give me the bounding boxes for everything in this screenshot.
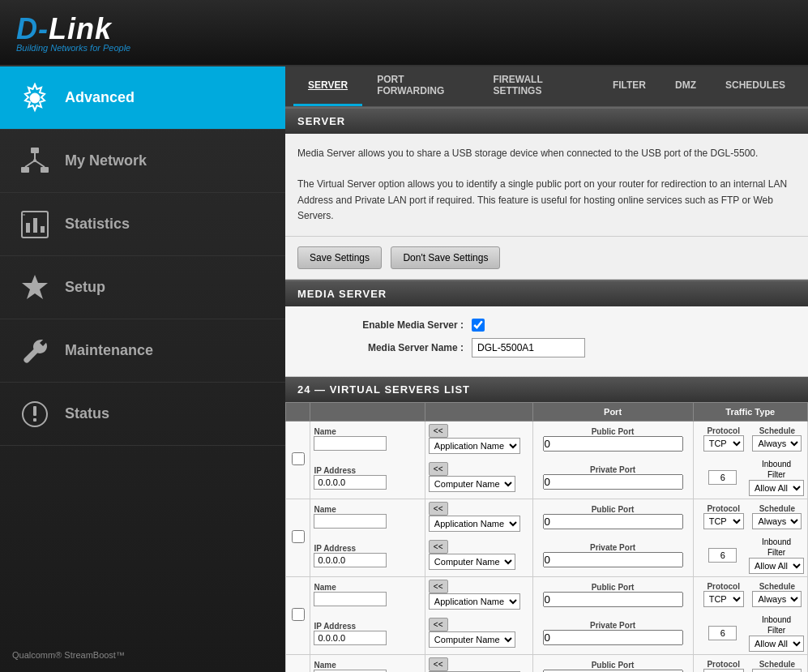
virtual-servers-table: Port Traffic Type Name <<: [285, 402, 808, 672]
media-server-name-input[interactable]: [472, 338, 585, 357]
save-settings-button[interactable]: Save Settings: [297, 246, 382, 269]
stats-icon: [16, 206, 53, 242]
row2-private-port-cell: Private Port: [532, 534, 693, 577]
row3-inbound-select[interactable]: Allow All: [749, 636, 804, 652]
row1-app-select[interactable]: Application Name: [429, 438, 520, 454]
sidebar-label-statistics: Statistics: [65, 216, 130, 233]
row3-protocol-select[interactable]: TCPUDPBoth: [703, 591, 744, 607]
row1-private-port-input[interactable]: [543, 474, 683, 490]
row3-arrow-btn[interactable]: <<: [429, 580, 448, 593]
row3-checkbox[interactable]: [292, 608, 305, 621]
row2-comp-select[interactable]: Computer Name: [429, 554, 515, 570]
row2-ip-input[interactable]: [314, 553, 387, 567]
row3-private-port-cell: Private Port: [532, 612, 693, 655]
col-header-name: [310, 402, 425, 421]
row2-arrow-btn[interactable]: <<: [429, 502, 448, 516]
row2-private-port-label: Private Port: [590, 543, 635, 552]
svg-rect-2: [31, 148, 39, 153]
row3-ip-input[interactable]: [314, 631, 387, 645]
row2-schedule-select[interactable]: Always: [752, 513, 802, 529]
row1-public-port-label: Public Port: [592, 427, 635, 436]
status-icon: [16, 396, 53, 432]
logo-text: D-Link: [16, 12, 130, 46]
row4-name-cell: Name: [310, 654, 425, 672]
row3-mid-comp: << Computer Name: [425, 612, 532, 655]
row1-ip-input[interactable]: [314, 475, 387, 490]
sidebar-item-advanced[interactable]: Advanced: [0, 66, 285, 130]
table-row: IP Address << Computer Name Private Port: [286, 456, 808, 499]
row3-name-input[interactable]: [314, 592, 387, 606]
row2-ip-cell: IP Address: [310, 534, 425, 577]
desc-line1: Media Server allows you to share a USB s…: [297, 146, 796, 161]
row1-arrow-btn[interactable]: <<: [429, 424, 448, 438]
row3-comp-select[interactable]: Computer Name: [429, 631, 515, 648]
top-nav: SERVER PORT FORWARDING FIREWALL SETTINGS…: [285, 66, 808, 107]
row2-public-port-input[interactable]: [543, 514, 683, 529]
row2-protocol-label: Protocol: [707, 504, 740, 513]
wrench-icon: [16, 332, 53, 369]
row1-protocol-select[interactable]: TCPUDPBoth: [703, 435, 744, 452]
row-checkbox-4: [286, 654, 310, 672]
table-row: Name << Application Name Public Port: [286, 654, 808, 672]
row4-schedule-label: Schedule: [759, 660, 795, 669]
row2-filter-input[interactable]: [708, 548, 737, 563]
row2-inbound-cell: InboundFilter Allow All: [693, 534, 807, 577]
row1-private-port-cell: Private Port: [532, 456, 693, 499]
svg-rect-11: [33, 218, 37, 233]
row3-arrow-btn2[interactable]: <<: [429, 618, 448, 631]
row2-private-port-input[interactable]: [543, 552, 683, 567]
row2-name-input[interactable]: [314, 514, 387, 529]
row3-public-port-input[interactable]: [543, 592, 683, 607]
sidebar-item-setup[interactable]: Setup: [0, 256, 285, 319]
row3-filter-input[interactable]: [708, 626, 737, 640]
virtual-servers-header: 24 — VIRTUAL SERVERS LIST: [285, 377, 808, 402]
row2-arrow-btn2[interactable]: <<: [429, 540, 448, 554]
nav-schedules[interactable]: SCHEDULES: [711, 66, 800, 106]
svg-rect-10: [26, 223, 30, 233]
row4-arrow-btn[interactable]: <<: [429, 657, 448, 671]
sidebar-item-statistics[interactable]: Statistics: [0, 193, 285, 256]
row1-comp-select[interactable]: Computer Name: [429, 476, 515, 492]
nav-dmz[interactable]: DMZ: [661, 66, 711, 106]
row1-arrow-btn2[interactable]: <<: [429, 462, 448, 476]
table-row: IP Address << Computer Name Private Port: [286, 612, 808, 655]
row4-protocol-select[interactable]: TCPUDPBoth: [703, 669, 744, 672]
row4-protocol-label: Protocol: [707, 660, 740, 669]
row1-inbound-select[interactable]: Allow All: [749, 480, 804, 496]
row2-inbound-select[interactable]: Allow All: [749, 558, 804, 574]
nav-server[interactable]: SERVER: [293, 66, 362, 106]
main-content: SERVER PORT FORWARDING FIREWALL SETTINGS…: [285, 66, 808, 672]
row1-name-label: Name: [314, 427, 336, 436]
nav-firewall-settings[interactable]: FIREWALL SETTINGS: [478, 66, 597, 106]
row1-public-port-input[interactable]: [543, 436, 683, 452]
nav-port-forwarding[interactable]: PORT FORWARDING: [362, 66, 478, 106]
dont-save-settings-button[interactable]: Don't Save Settings: [391, 246, 500, 269]
virtual-servers-body: Name << Application Name Public Port: [286, 421, 808, 672]
svg-line-7: [35, 161, 45, 167]
row1-name-input[interactable]: [314, 436, 387, 451]
row4-schedule-select[interactable]: Always: [752, 669, 802, 672]
enable-media-server-checkbox[interactable]: [472, 319, 485, 332]
server-description: Media Server allows you to share a USB s…: [285, 134, 808, 237]
sidebar-item-status[interactable]: Status: [0, 383, 285, 446]
row2-protocol-select[interactable]: TCPUDPBoth: [703, 513, 744, 529]
nav-filter[interactable]: FILTER: [598, 66, 661, 106]
logo-sub: Building Networks for People: [16, 43, 130, 53]
row3-schedule-select[interactable]: Always: [752, 591, 802, 607]
row1-inbound-cell: InboundFilter Allow All: [693, 456, 807, 499]
row3-name-label: Name: [314, 583, 336, 592]
row2-checkbox[interactable]: [292, 530, 305, 543]
row1-protocol-schedule-cell: Protocol TCPUDPBoth Schedule Always: [693, 421, 807, 456]
row1-filter-input[interactable]: [708, 470, 737, 485]
row1-schedule-select[interactable]: Always: [752, 435, 802, 452]
row1-checkbox[interactable]: [292, 452, 305, 465]
row1-public-port-cell: Public Port: [532, 421, 693, 456]
row3-app-select[interactable]: Application Name: [429, 593, 520, 610]
sidebar-item-maintenance[interactable]: Maintenance: [0, 319, 285, 383]
gear-icon: [16, 79, 53, 116]
row3-private-port-input[interactable]: [543, 630, 683, 645]
row2-app-select[interactable]: Application Name: [429, 516, 520, 532]
sidebar-label-my-network: My Network: [65, 152, 147, 169]
sidebar-label-setup: Setup: [65, 279, 105, 296]
sidebar-item-my-network[interactable]: My Network: [0, 130, 285, 193]
